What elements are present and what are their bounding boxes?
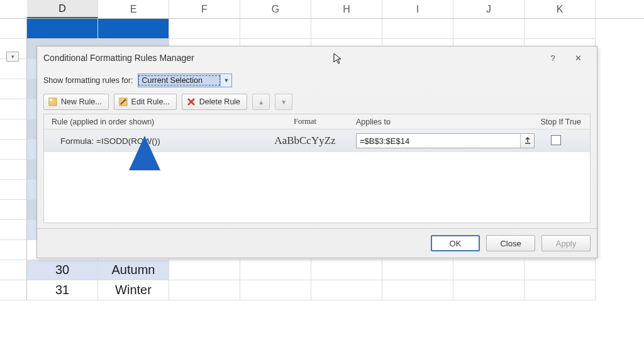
close-button[interactable]: Close — [486, 235, 535, 251]
range-picker-button[interactable] — [520, 134, 534, 148]
table-row: 31Winter — [0, 280, 644, 300]
new-rule-label: New Rule... — [61, 97, 102, 106]
grid-cell[interactable] — [453, 260, 525, 280]
new-rule-button[interactable]: New Rule... — [43, 94, 109, 110]
chevron-up-icon: ▲ — [258, 99, 264, 106]
column-header[interactable]: I — [382, 0, 453, 18]
delete-rule-icon — [186, 97, 196, 107]
edit-rule-icon — [118, 97, 128, 107]
close-icon: ✕ — [575, 53, 582, 63]
column-header[interactable]: G — [240, 0, 311, 18]
range-picker-icon — [523, 136, 532, 145]
rules-table-header: Rule (applied in order shown) Format App… — [44, 114, 590, 129]
move-up-button[interactable]: ▲ — [252, 94, 270, 110]
grid-cell[interactable] — [169, 260, 240, 280]
rules-toolbar: New Rule... Edit Rule... Delete Rule ▲ ▼ — [43, 92, 591, 114]
edit-rule-button[interactable]: Edit Rule... — [114, 94, 177, 110]
header-format: Format — [258, 117, 352, 126]
ok-button[interactable]: OK — [431, 235, 480, 251]
annotation-arrow-icon — [126, 136, 164, 244]
column-headers-row: DEFGHIJK — [0, 0, 644, 19]
grid-cell[interactable] — [382, 19, 453, 39]
grid-cell[interactable] — [27, 19, 98, 39]
grid-cell[interactable] — [525, 19, 596, 39]
show-for-label: Show formatting rules for: — [43, 76, 133, 85]
chevron-down-icon: ▼ — [220, 74, 231, 87]
grid-cell[interactable] — [311, 280, 382, 300]
grid-cell[interactable] — [382, 280, 453, 300]
grid-cell[interactable] — [169, 19, 240, 39]
grid-cell[interactable] — [240, 280, 311, 300]
close-window-button[interactable]: ✕ — [565, 50, 591, 65]
name-box-dropdown-icon[interactable]: ▾ — [6, 52, 19, 62]
help-icon: ? — [550, 53, 555, 63]
grid-cell[interactable] — [98, 19, 169, 39]
show-for-value: Current Selection — [138, 75, 220, 85]
show-for-combobox[interactable]: Current Selection ▼ — [138, 74, 232, 87]
grid-cell[interactable] — [453, 280, 525, 300]
header-applies-to: Applies to — [352, 118, 535, 126]
dialog-title: Conditional Formatting Rules Manager — [43, 53, 194, 63]
grid-cell[interactable] — [240, 19, 311, 39]
grid-cell[interactable] — [382, 260, 453, 280]
column-header[interactable]: H — [311, 0, 382, 18]
delete-rule-button[interactable]: Delete Rule — [182, 94, 247, 110]
grid-cell[interactable]: Autumn — [98, 260, 169, 280]
grid-cell[interactable] — [240, 260, 311, 280]
move-down-button[interactable]: ▼ — [275, 94, 292, 110]
rule-applies-to-cell — [352, 133, 535, 148]
stop-if-true-checkbox[interactable] — [551, 135, 561, 145]
edit-rule-label: Edit Rule... — [131, 97, 170, 106]
grid-cell[interactable] — [525, 260, 596, 280]
chevron-down-icon: ▼ — [280, 99, 287, 106]
column-header[interactable]: J — [453, 0, 525, 18]
grid-cell[interactable] — [311, 19, 382, 39]
grid-cell[interactable] — [169, 280, 240, 300]
column-header[interactable]: E — [98, 0, 169, 18]
applies-to-input[interactable] — [357, 136, 520, 146]
dialog-footer: OK Close Apply — [37, 228, 597, 258]
help-button[interactable]: ? — [540, 50, 565, 65]
grid-cell[interactable] — [311, 260, 382, 280]
table-row: 30Autumn — [0, 260, 644, 280]
grid-cell[interactable] — [525, 280, 596, 300]
rule-format-sample: AaBbCcYyZz — [258, 134, 352, 147]
column-header[interactable]: D — [27, 0, 98, 18]
grid-cell[interactable] — [453, 19, 525, 39]
new-rule-icon — [48, 97, 58, 107]
table-row — [0, 19, 644, 39]
column-header[interactable]: K — [525, 0, 596, 18]
conditional-formatting-dialog: Conditional Formatting Rules Manager ? ✕… — [36, 46, 597, 258]
applies-to-input-wrap — [356, 133, 535, 148]
svg-rect-1 — [50, 99, 52, 101]
grid-cell[interactable]: 31 — [27, 280, 98, 300]
rule-stop-cell — [535, 135, 590, 147]
cursor-icon — [333, 53, 342, 66]
apply-button[interactable]: Apply — [541, 235, 591, 251]
delete-rule-label: Delete Rule — [199, 97, 240, 106]
header-rule: Rule (applied in order shown) — [44, 118, 258, 126]
dialog-titlebar: Conditional Formatting Rules Manager ? ✕ — [37, 47, 597, 69]
grid-cell[interactable]: Winter — [98, 280, 169, 300]
column-header[interactable]: F — [169, 0, 240, 18]
grid-cell[interactable]: 30 — [27, 260, 98, 280]
header-stop: Stop If True — [535, 118, 590, 126]
